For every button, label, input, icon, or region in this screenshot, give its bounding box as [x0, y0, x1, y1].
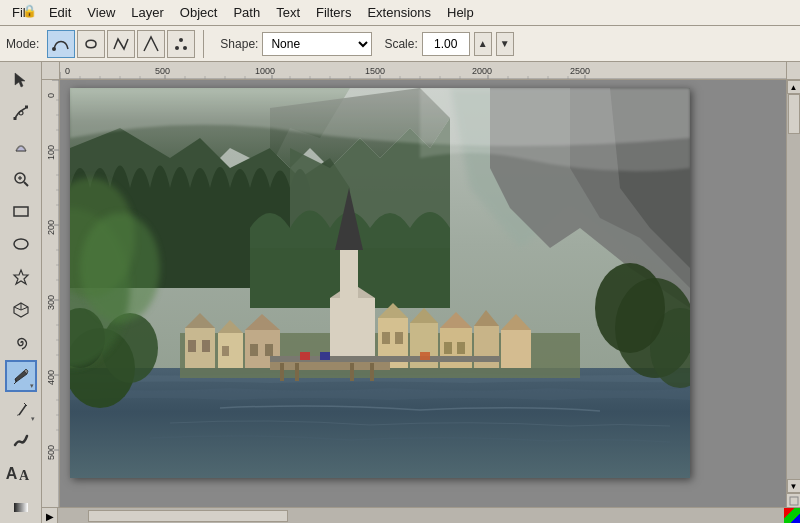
menu-path[interactable]: Path — [225, 3, 268, 22]
menu-edit[interactable]: Edit — [41, 3, 79, 22]
svg-rect-83 — [202, 340, 210, 352]
color-corner-indicator — [784, 508, 800, 523]
scale-input[interactable] — [422, 32, 470, 56]
tool-node-editor[interactable] — [5, 97, 37, 129]
menu-text[interactable]: Text — [268, 3, 308, 22]
svg-point-0 — [52, 47, 56, 51]
tool-rectangle[interactable] — [5, 195, 37, 227]
svg-text:1000: 1000 — [255, 66, 275, 76]
scale-label: Scale: — [384, 37, 417, 51]
svg-rect-111 — [295, 363, 299, 381]
bottom-bar: ▶ — [42, 507, 800, 523]
svg-rect-82 — [188, 340, 196, 352]
mode-buttons — [47, 30, 195, 58]
mode-btn-points[interactable] — [167, 30, 195, 58]
scroll-track-vertical[interactable] — [787, 94, 801, 479]
h-scroll-thumb[interactable] — [88, 510, 288, 522]
svg-text:0: 0 — [65, 66, 70, 76]
toolbar: Mode: Shape: None Rectangle Circle Trian… — [0, 26, 800, 62]
ruler-canvas-row: 0 100 200 300 400 500 — [42, 80, 800, 507]
svg-rect-89 — [250, 344, 258, 356]
svg-point-1 — [175, 46, 179, 50]
svg-rect-113 — [370, 363, 374, 381]
menu-help[interactable]: Help — [439, 3, 482, 22]
svg-text:500: 500 — [46, 445, 56, 460]
right-scrollbar: ▲ ▼ — [786, 80, 800, 507]
shape-label: Shape: — [220, 37, 258, 51]
scale-down-btn[interactable]: ▼ — [496, 32, 514, 56]
svg-rect-103 — [444, 342, 452, 354]
tool-zoom[interactable] — [5, 163, 37, 195]
tool-text[interactable]: A A — [5, 458, 37, 490]
main-area: 🔒 — [0, 62, 800, 523]
toolbox: 🔒 — [0, 62, 42, 523]
svg-rect-104 — [457, 342, 465, 354]
page-indicator — [787, 493, 801, 507]
top-ruler-row: 0 500 1000 1500 2000 2500 — [42, 62, 800, 80]
svg-rect-112 — [350, 363, 354, 381]
svg-text:400: 400 — [46, 370, 56, 385]
ruler-corner — [42, 62, 60, 80]
svg-text:100: 100 — [46, 145, 56, 160]
svg-rect-84 — [218, 333, 243, 368]
svg-marker-13 — [14, 270, 28, 284]
svg-rect-93 — [340, 248, 358, 303]
svg-rect-11 — [14, 207, 28, 216]
menu-view[interactable]: View — [79, 3, 123, 22]
svg-rect-116 — [320, 352, 330, 360]
menu-filters[interactable]: Filters — [308, 3, 359, 22]
scroll-thumb-vertical[interactable] — [788, 94, 800, 134]
mode-btn-bspline[interactable] — [107, 30, 135, 58]
svg-point-3 — [183, 46, 187, 50]
mode-btn-spiro[interactable] — [77, 30, 105, 58]
scale-up-btn[interactable]: ▲ — [474, 32, 492, 56]
tool-gradient[interactable] — [5, 491, 37, 523]
svg-text:500: 500 — [155, 66, 170, 76]
svg-rect-117 — [420, 352, 430, 360]
h-scroll-track[interactable] — [58, 508, 784, 523]
svg-rect-86 — [222, 346, 229, 356]
tool-tweak[interactable] — [5, 130, 37, 162]
scroll-down-btn[interactable]: ▼ — [787, 479, 801, 493]
svg-rect-115 — [300, 352, 310, 360]
scroll-up-btn[interactable]: ▲ — [787, 80, 801, 94]
toolbar-separator-1 — [203, 30, 204, 58]
tool-star[interactable] — [5, 261, 37, 293]
tool-selector[interactable] — [5, 64, 37, 96]
svg-text:2000: 2000 — [472, 66, 492, 76]
svg-rect-97 — [382, 332, 390, 344]
svg-text:A: A — [19, 468, 30, 483]
mode-btn-bezier[interactable] — [47, 30, 75, 58]
canvas-area: 0 500 1000 1500 2000 2500 — [42, 62, 800, 523]
tool-3d-box[interactable] — [5, 294, 37, 326]
svg-rect-4 — [13, 117, 16, 120]
document-canvas — [70, 88, 690, 478]
tool-spiral[interactable] — [5, 327, 37, 359]
svg-text:300: 300 — [46, 295, 56, 310]
svg-text:0: 0 — [46, 93, 56, 98]
menu-extensions[interactable]: Extensions — [359, 3, 439, 22]
tool-ellipse[interactable] — [5, 228, 37, 260]
mode-btn-straight[interactable] — [137, 30, 165, 58]
svg-point-12 — [14, 239, 28, 249]
svg-line-8 — [24, 182, 28, 186]
shape-select[interactable]: None Rectangle Circle Triangle Star — [262, 32, 372, 56]
svg-rect-127 — [790, 497, 798, 505]
svg-rect-98 — [395, 332, 403, 344]
expand-left-btn[interactable]: ▶ — [42, 508, 58, 523]
canvas-scroll[interactable] — [60, 80, 786, 507]
menu-object[interactable]: Object — [172, 3, 226, 22]
left-ruler: 0 100 200 300 400 500 — [42, 80, 60, 507]
svg-rect-5 — [25, 105, 28, 108]
tool-pencil[interactable]: ▾ — [5, 360, 37, 392]
menubar: File Edit View Layer Object Path Text Fi… — [0, 0, 800, 26]
tool-pen[interactable]: ▾ — [5, 393, 37, 425]
svg-line-14 — [14, 382, 16, 384]
tool-calligraphy[interactable] — [5, 425, 37, 457]
svg-rect-110 — [280, 363, 284, 381]
menu-layer[interactable]: Layer — [123, 3, 172, 22]
svg-point-2 — [179, 38, 183, 42]
svg-point-123 — [595, 263, 665, 353]
scroll-top-corner — [786, 62, 800, 80]
top-ruler: 0 500 1000 1500 2000 2500 — [60, 62, 786, 80]
